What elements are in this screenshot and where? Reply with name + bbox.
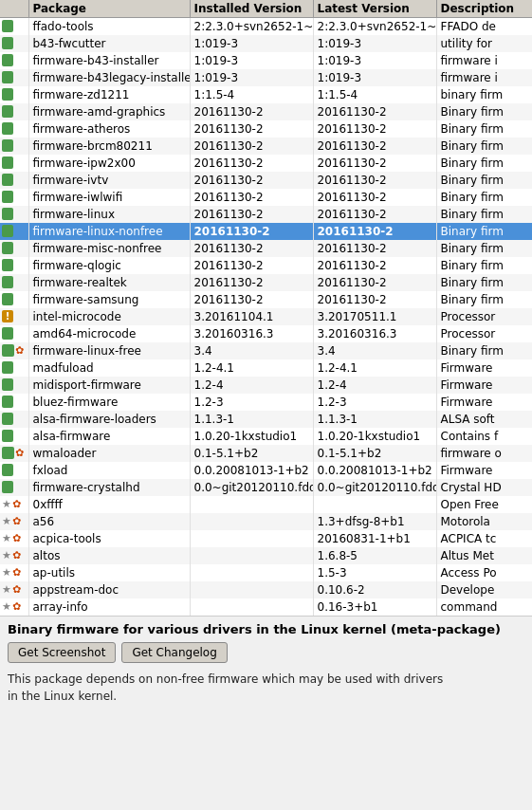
- table-row[interactable]: ★✿acpica-tools20160831-1+b1ACPICA tc: [0, 530, 532, 547]
- star-icon: ★: [2, 600, 11, 613]
- table-row[interactable]: firmware-b43legacy-installer1:019-31:019…: [0, 69, 532, 86]
- table-row[interactable]: ✿firmware-linux-free3.43.4Binary firm: [0, 342, 532, 359]
- row-installed-version: 1.1.3-1: [190, 411, 313, 428]
- table-row[interactable]: midisport-firmware1.2-41.2-4Firmware: [0, 377, 532, 394]
- sun-icon: ✿: [12, 532, 21, 544]
- row-icons-cell: [0, 86, 28, 103]
- table-row[interactable]: firmware-samsung20161130-220161130-2Bina…: [0, 291, 532, 308]
- row-package-name: firmware-amd-graphics: [28, 103, 190, 120]
- row-package-name: a56: [28, 513, 190, 530]
- table-row[interactable]: ★✿appstream-doc0.10.6-2Develope: [0, 581, 532, 598]
- row-description: Firmware: [436, 377, 532, 394]
- row-description: ALSA soft: [436, 411, 532, 428]
- star-icon: ★: [2, 498, 11, 510]
- table-row[interactable]: b43-fwcutter1:019-31:019-3utility for: [0, 35, 532, 52]
- row-description: Binary firm: [436, 103, 532, 120]
- row-installed-version: 1:1.5-4: [190, 86, 313, 103]
- empty-icon: [14, 413, 26, 425]
- row-description: Firmware: [436, 394, 532, 411]
- table-row[interactable]: firmware-atheros20161130-220161130-2Bina…: [0, 120, 532, 138]
- table-row[interactable]: ★✿altos1.6.8-5Altus Met: [0, 547, 532, 564]
- row-description: binary firm: [436, 86, 532, 103]
- get-screenshot-button[interactable]: Get Screenshot: [8, 642, 116, 663]
- empty-icon: [14, 20, 26, 32]
- get-changelog-button[interactable]: Get Changelog: [121, 642, 227, 663]
- table-row[interactable]: firmware-crystalhd0.0~git20120110.fddz0.…: [0, 479, 532, 496]
- col-header-icons[interactable]: [0, 0, 28, 18]
- table-row[interactable]: firmware-linux-nonfree20161130-220161130…: [0, 223, 532, 240]
- installed-icon: [2, 327, 13, 340]
- table-row[interactable]: ★✿a561.3+dfsg-8+b1Motorola: [0, 513, 532, 530]
- table-row[interactable]: ★✿ap-utils1.5-3Access Po: [0, 564, 532, 581]
- row-installed-version: 3.20160316.3: [190, 325, 313, 342]
- table-row[interactable]: firmware-realtek20161130-220161130-2Bina…: [0, 274, 532, 291]
- row-package-name: madfuload: [28, 359, 190, 377]
- table-row[interactable]: fxload0.0.20081013-1+b20.0.20081013-1+b2…: [0, 462, 532, 479]
- col-header-desc[interactable]: Description: [436, 0, 532, 18]
- row-icons-cell: ✿: [0, 445, 28, 462]
- installed-icon: [2, 37, 13, 49]
- table-row[interactable]: firmware-b43-installer1:019-31:019-3firm…: [0, 52, 532, 69]
- row-latest-version: 20161130-2: [313, 120, 436, 138]
- table-row[interactable]: firmware-ipw2x0020161130-220161130-2Bina…: [0, 155, 532, 172]
- col-header-installed[interactable]: Installed Version: [190, 0, 313, 18]
- table-row[interactable]: firmware-amd-graphics20161130-220161130-…: [0, 103, 532, 120]
- empty-icon: [14, 139, 26, 152]
- row-latest-version: 1.6.8-5: [313, 547, 436, 564]
- table-row[interactable]: ★✿array-info0.16-3+b1command: [0, 598, 532, 616]
- table-row[interactable]: ✿wmaloader0.1-5.1+b20.1-5.1+b2firmware o: [0, 445, 532, 462]
- table-row[interactable]: firmware-ivtv20161130-220161130-2Binary …: [0, 172, 532, 189]
- empty-icon: [14, 191, 26, 203]
- table-row[interactable]: firmware-zd12111:1.5-41:1.5-4binary firm: [0, 86, 532, 103]
- row-icons-cell: [0, 462, 28, 479]
- table-row[interactable]: firmware-iwlwifi20161130-220161130-2Bina…: [0, 189, 532, 206]
- table-row[interactable]: firmware-brcm8021120161130-220161130-2Bi…: [0, 138, 532, 155]
- table-row[interactable]: !intel-microcode3.20161104.13.20170511.1…: [0, 308, 532, 325]
- empty-icon: [14, 361, 26, 374]
- row-latest-version: 1.3+dfsg-8+b1: [313, 513, 436, 530]
- table-row[interactable]: firmware-linux20161130-220161130-2Binary…: [0, 206, 532, 223]
- installed-icon: [2, 225, 13, 237]
- table-row[interactable]: alsa-firmware1.0.20-1kxstudio11.0.20-1kx…: [0, 428, 532, 445]
- installed-icon: [2, 361, 13, 374]
- row-package-name: firmware-qlogic: [28, 257, 190, 274]
- row-description: Open Free: [436, 496, 532, 513]
- row-package-name: array-info: [28, 598, 190, 616]
- row-icons-cell: [0, 240, 28, 257]
- row-package-name: ffado-tools: [28, 18, 190, 35]
- table-row[interactable]: firmware-misc-nonfree20161130-220161130-…: [0, 240, 532, 257]
- row-latest-version: 0.0~git20120110.fddz: [313, 479, 436, 496]
- table-row[interactable]: bluez-firmware1.2-31.2-3Firmware: [0, 394, 532, 411]
- row-installed-version: [190, 564, 313, 581]
- row-description: Binary firm: [436, 274, 532, 291]
- col-header-package[interactable]: Package: [28, 0, 190, 18]
- table-row[interactable]: madfuload1.2-4.11.2-4.1Firmware: [0, 359, 532, 377]
- empty-icon: [14, 225, 26, 237]
- row-icons-cell: ★✿: [0, 564, 28, 581]
- installed-icon: [2, 447, 14, 459]
- row-installed-version: 2:2.3.0+svn2652-1~ya: [190, 18, 313, 35]
- row-description: Firmware: [436, 359, 532, 377]
- table-row[interactable]: ffado-tools2:2.3.0+svn2652-1~ya2:2.3.0+s…: [0, 18, 532, 35]
- table-row[interactable]: amd64-microcode3.20160316.33.20160316.3P…: [0, 325, 532, 342]
- table-row[interactable]: firmware-qlogic20161130-220161130-2Binar…: [0, 257, 532, 274]
- table-row[interactable]: alsa-firmware-loaders1.1.3-11.1.3-1ALSA …: [0, 411, 532, 428]
- row-icons-cell: [0, 103, 28, 120]
- empty-icon: [14, 242, 26, 254]
- installed-icon: [2, 208, 13, 220]
- row-latest-version: 20161130-2: [313, 257, 436, 274]
- table-row[interactable]: ★✿0xffffOpen Free: [0, 496, 532, 513]
- row-package-name: firmware-linux-free: [28, 342, 190, 359]
- row-icons-cell: ★✿: [0, 530, 28, 547]
- row-package-name: firmware-crystalhd: [28, 479, 190, 496]
- row-installed-version: 3.20161104.1: [190, 308, 313, 325]
- col-header-latest[interactable]: Latest Version: [313, 0, 436, 18]
- row-latest-version: 20161130-2: [313, 103, 436, 120]
- row-package-name: b43-fwcutter: [28, 35, 190, 52]
- row-icons-cell: [0, 428, 28, 445]
- row-latest-version: 20161130-2: [313, 206, 436, 223]
- installed-icon: [2, 88, 13, 101]
- row-icons-cell: ★✿: [0, 581, 28, 598]
- row-package-name: firmware-ivtv: [28, 172, 190, 189]
- row-icons-cell: !: [0, 308, 28, 325]
